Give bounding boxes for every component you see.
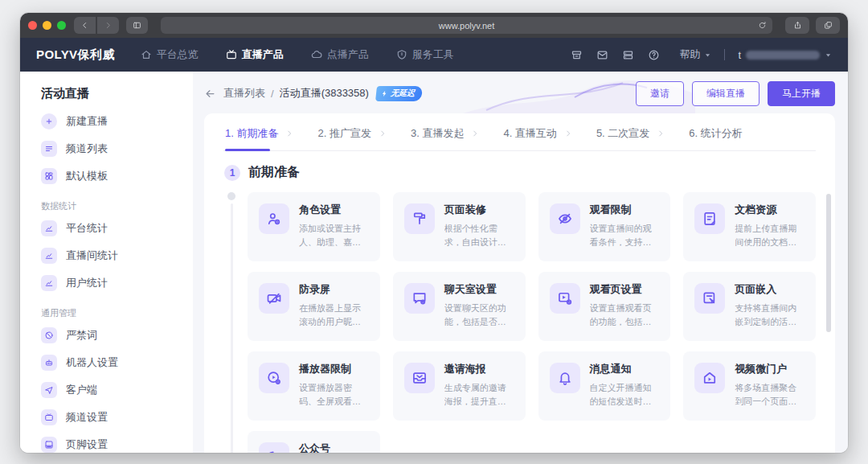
sidebar-item[interactable]: 频道设置 [20,404,193,431]
back-button[interactable] [74,17,96,34]
sidebar-item[interactable]: 新建直播 [20,108,193,135]
appbar-menu-item[interactable]: 点播产品 [311,47,369,62]
account-menu[interactable]: t [738,49,832,61]
feature-card-description: 支持将直播间内嵌到定制的活动页内 [735,302,805,329]
help-circle-icon[interactable] [648,49,660,61]
feature-card[interactable]: 聊天室设置 设置聊天区的功能，包括是否显示欢迎语、是否支持... [393,272,526,341]
zoom-window-button[interactable] [57,21,66,30]
sidebar-item-label: 客户端 [66,383,97,397]
feature-card[interactable]: 观看限制 设置直播间的观看条件，支持白名单、报名观看、验... [538,192,671,261]
caret-down-icon [825,51,832,59]
sidebar-item[interactable]: 客户端 [20,376,193,404]
help-menu[interactable]: 帮助 [679,47,711,62]
step-tab[interactable]: 5. 二次宣发 [596,126,665,150]
sidebar-nav: 新建直播 频道列表 默认模板 数据统计 平台统计 直播间统计 用户统计 通用管理… [20,108,193,453]
step-tabs: 1. 前期准备 2. 推广宣发 3. 直播发起 4. 直播互动 5. 二次宣发 … [223,123,816,151]
action-button[interactable]: 邀请 [636,81,684,106]
step-tab[interactable]: 3. 直播发起 [411,126,479,150]
appbar-menu-item[interactable]: 平台总览 [141,47,199,62]
tab-overview-button[interactable] [816,17,840,34]
feature-card-title: 播放器限制 [299,362,369,376]
feature-card-body: 播放器限制 设置播放器密码、全屏观看的方式等 [299,361,369,411]
sidebar-item-label: 频道列表 [66,142,108,156]
help-label: 帮助 [679,47,700,62]
main-content: 直播列表 / 活动直播(3833358) 无延迟 邀请编辑直播马上开播 1. 前… [193,72,848,453]
close-window-button[interactable] [28,21,37,30]
feature-card-body: 观看页设置 设置直播观看页的功能，包括是否允许移动端观看等 [590,281,660,331]
caret-down-icon [704,51,711,59]
chevron-right-icon [657,129,665,138]
feature-card-body: 角色设置 添加或设置主持人、助理、嘉宾的信息。以及新增助... [299,202,369,252]
sidebar-item[interactable]: 默认模板 [20,162,193,190]
feature-card-description: 自定义开播通知的短信发送时机，观众预约直播后，... [590,381,660,409]
breadcrumb-back-button[interactable] [204,88,216,100]
feature-card[interactable]: 文档资源 提前上传直播期间使用的文档资源，减少直播中的失... [683,192,816,261]
step-tab[interactable]: 2. 推广宣发 [317,126,386,150]
url-text: www.polyv.net [439,21,495,31]
sidebar-item[interactable]: 平台统计 [20,215,193,242]
vertical-divider [724,49,725,60]
feature-card[interactable]: 播放器限制 设置播放器密码、全屏观看的方式等 [248,351,380,421]
sidebar-item[interactable]: 频道列表 [20,135,193,162]
sidebar-item[interactable]: 机器人设置 [20,349,193,376]
action-button[interactable]: 马上开播 [768,81,835,106]
chevron-right-icon [564,129,572,138]
feature-card[interactable]: 公众号 适用于直播间引流至公众号或客服，沉淀用户至私域... [248,431,380,453]
feature-card[interactable]: 页面嵌入 支持将直播间内嵌到定制的活动页内 [683,272,816,341]
embed-icon [694,283,725,314]
address-bar[interactable]: www.polyv.net [161,17,772,34]
section-title: 前期准备 [248,164,300,181]
feature-card[interactable]: 邀请海报 生成专属的邀请海报，提升直播间分享裂变的效果 [393,351,526,421]
feature-card-body: 消息通知 自定义开播通知的短信发送时机，观众预约直播后，... [590,361,660,411]
apps-icon[interactable] [622,49,634,61]
share-button[interactable] [785,17,809,34]
sidebar-toggle-button[interactable] [126,17,148,34]
feature-card[interactable]: 消息通知 自定义开播通知的短信发送时机，观众预约直播后，... [538,351,671,421]
mail-icon[interactable] [596,49,608,61]
feature-card[interactable]: 防录屏 在播放器上显示滚动的用户昵称或固定文字，达到防... [248,272,380,341]
portal-icon [694,363,725,393]
template-icon [41,168,57,184]
action-button[interactable]: 编辑直播 [692,81,760,106]
workflow-panel: 1. 前期准备 2. 推广宣发 3. 直播发起 4. 直播互动 5. 二次宣发 … [204,113,835,453]
camera-off-icon [259,283,289,314]
feature-card-body: 视频微门户 将多场直播聚合到同一个页面，便于活动前期的宣发... [735,361,805,411]
sidebar-item[interactable]: 严禁词 [20,322,193,349]
appbar-quick-icons [571,49,660,61]
step-tab[interactable]: 1. 前期准备 [225,126,293,150]
sidebar-item-label: 新建直播 [66,114,108,129]
home-icon [141,49,152,60]
feature-card-body: 聊天室设置 设置聊天区的功能，包括是否显示欢迎语、是否支持... [444,281,514,331]
breadcrumb: 直播列表 / 活动直播(3833358) 无延迟 邀请编辑直播马上开播 [204,80,835,107]
sidebar-item-label: 用户统计 [66,276,108,290]
sidebar-item-label: 直播间统计 [66,248,118,263]
feature-card-body: 公众号 适用于直播间引流至公众号或客服，沉淀用户至私域... [299,441,369,453]
appbar-menu-item[interactable]: 服务工具 [396,47,454,62]
app-navbar: POLYV保利威 平台总览 直播产品 点播产品 服务工具 帮助 t [20,38,848,72]
live-icon [226,49,237,60]
scrollbar-thumb[interactable] [826,194,831,332]
feature-card-description: 将多场直播聚合到同一个页面，便于活动前期的宣发... [735,381,805,409]
minimize-window-button[interactable] [43,21,51,30]
ban-icon [41,327,57,343]
appbar-right: 帮助 t [571,47,832,62]
feature-card[interactable]: 观看页设置 设置直播观看页的功能，包括是否允许移动端观看等 [538,272,671,341]
feature-card[interactable]: 视频微门户 将多场直播聚合到同一个页面，便于活动前期的宣发... [683,351,816,421]
sidebar-item[interactable]: 页脚设置 [20,431,193,453]
breadcrumb-parent-link[interactable]: 直播列表 [223,86,265,101]
forward-button[interactable] [97,17,119,34]
feature-card-body: 邀请海报 生成专属的邀请海报，提升直播间分享裂变的效果 [444,361,514,411]
feature-card[interactable]: 页面装修 根据个性化需求，自由设计配置直播间元素。支持自... [393,192,526,261]
robot-icon [41,355,57,371]
step-tab[interactable]: 4. 直播互动 [503,126,571,150]
feature-card-title: 文档资源 [735,203,805,217]
storage-icon[interactable] [571,49,583,61]
appbar-menu-item[interactable]: 直播产品 [226,47,284,62]
feature-card-title: 观看限制 [590,203,660,217]
step-tab[interactable]: 6. 统计分析 [689,126,742,150]
reload-icon[interactable] [758,21,767,30]
feature-card[interactable]: 角色设置 添加或设置主持人、助理、嘉宾的信息。以及新增助... [248,192,380,261]
sidebar-item-label: 默认模板 [66,169,108,183]
sidebar-item[interactable]: 直播间统计 [20,242,193,269]
sidebar-item[interactable]: 用户统计 [20,269,193,297]
